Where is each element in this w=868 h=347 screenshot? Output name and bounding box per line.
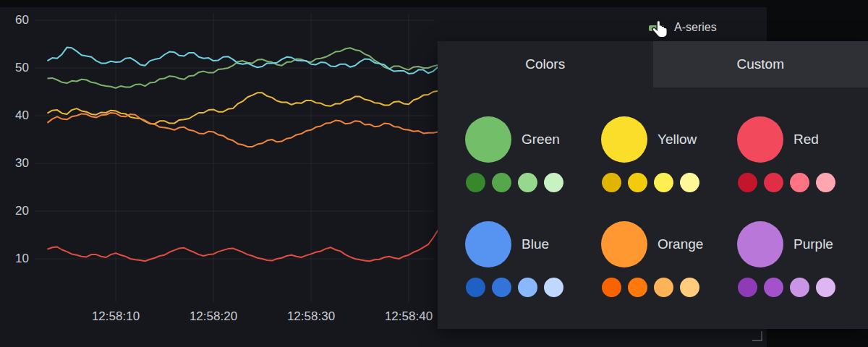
color-group-yellow: Yellow: [601, 116, 733, 192]
color-swatch-green[interactable]: [465, 116, 511, 163]
legend-item-a-series[interactable]: A-series: [649, 21, 717, 34]
color-variants-row: [738, 173, 868, 192]
color-variants-row: [466, 278, 597, 297]
color-variant-swatch[interactable]: [628, 173, 647, 192]
color-variant-swatch[interactable]: [738, 278, 757, 297]
color-variant-swatch[interactable]: [628, 278, 647, 297]
color-variant-swatch[interactable]: [790, 173, 809, 192]
color-group-label: Green: [522, 132, 560, 147]
color-group-purple: Purple: [737, 221, 868, 297]
named-colors-grid: GreenYellowRedBlueOrangePurple: [438, 87, 868, 297]
color-group-label: Blue: [522, 236, 549, 252]
color-variants-row: [602, 278, 733, 297]
color-variant-swatch[interactable]: [816, 173, 835, 192]
color-variant-swatch[interactable]: [492, 278, 511, 297]
color-group-orange: Orange: [601, 221, 733, 297]
y-axis-tick-label: 60: [0, 13, 29, 27]
color-variant-swatch[interactable]: [466, 173, 485, 192]
x-axis-tick-label: 12:58:20: [174, 309, 253, 324]
color-swatch-blue[interactable]: [465, 221, 511, 267]
color-variant-swatch[interactable]: [492, 173, 511, 192]
color-variant-swatch[interactable]: [738, 173, 757, 192]
tab-colors[interactable]: Colors: [438, 41, 653, 87]
legend-series-label[interactable]: A-series: [674, 21, 717, 34]
y-axis-tick-label: 40: [0, 108, 29, 123]
x-axis-tick-label: 12:58:10: [76, 309, 156, 324]
legend-series-color-marker[interactable]: [649, 25, 664, 31]
color-variant-swatch[interactable]: [602, 173, 621, 192]
color-group-label: Red: [793, 132, 819, 147]
color-variant-swatch[interactable]: [654, 278, 673, 297]
color-variant-swatch[interactable]: [544, 173, 563, 192]
color-swatch-orange[interactable]: [601, 221, 647, 267]
color-variant-swatch[interactable]: [518, 173, 537, 192]
color-variant-swatch[interactable]: [466, 278, 485, 297]
color-variant-swatch[interactable]: [602, 278, 621, 297]
color-group-red: Red: [737, 116, 868, 192]
color-variants-row: [602, 173, 733, 192]
color-group-label: Orange: [658, 236, 703, 252]
color-group-label: Purple: [793, 236, 833, 252]
x-axis-tick-label: 12:58:30: [271, 309, 351, 324]
y-axis-tick-label: 30: [0, 156, 29, 171]
color-variant-swatch[interactable]: [764, 278, 783, 297]
color-picker-popover: Colors Custom GreenYellowRedBlueOrangePu…: [438, 41, 868, 329]
color-swatch-purple[interactable]: [737, 221, 783, 267]
color-picker-tabs: Colors Custom: [438, 41, 868, 87]
series-line: [48, 91, 438, 124]
series-line: [48, 113, 438, 147]
color-swatch-yellow[interactable]: [601, 116, 647, 163]
color-group-green: Green: [465, 116, 597, 192]
series-line: [48, 230, 438, 261]
color-swatch-red[interactable]: [737, 116, 783, 163]
color-variants-row: [738, 278, 868, 297]
color-variant-swatch[interactable]: [518, 278, 537, 297]
tab-custom[interactable]: Custom: [653, 41, 868, 87]
color-variant-swatch[interactable]: [680, 173, 699, 192]
color-variant-swatch[interactable]: [544, 278, 563, 297]
color-variant-swatch[interactable]: [680, 278, 699, 297]
panel-resize-handle[interactable]: [752, 331, 762, 341]
color-variants-row: [466, 173, 597, 192]
y-axis-tick-label: 50: [0, 61, 29, 75]
color-variant-swatch[interactable]: [790, 278, 809, 297]
x-axis-tick-label: 12:58:40: [369, 309, 448, 324]
color-variant-swatch[interactable]: [654, 173, 673, 192]
color-group-label: Yellow: [658, 132, 697, 147]
color-variant-swatch[interactable]: [764, 173, 783, 192]
color-group-blue: Blue: [465, 221, 597, 297]
color-variant-swatch[interactable]: [816, 278, 835, 297]
y-axis-tick-label: 10: [0, 252, 29, 266]
y-axis-tick-label: 20: [0, 204, 29, 218]
